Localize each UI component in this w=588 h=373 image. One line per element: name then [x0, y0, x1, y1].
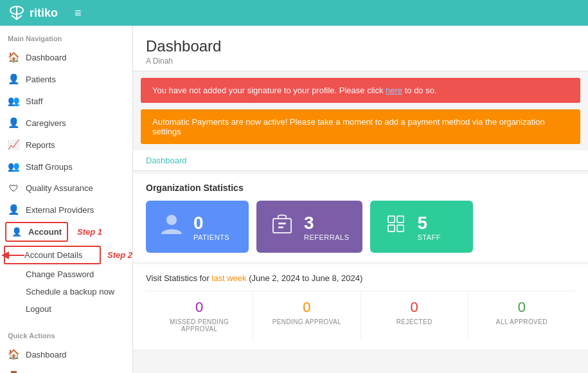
alert-payments: Automatic Payments are now active! Pleas…: [141, 109, 580, 144]
page-subtitle: A Dinah: [146, 57, 575, 66]
visit-card-pending: 0 PENDING APPROVAL: [253, 291, 361, 340]
patients-stat-info: 0 PATIENTS: [193, 213, 229, 241]
step2-arrow-icon: [0, 248, 26, 263]
sidebar-item-reports[interactable]: 📈 Reports: [0, 134, 132, 156]
main-nav-label: Main Navigation: [0, 26, 132, 46]
logo-text: ritiko: [30, 6, 58, 20]
hamburger-icon[interactable]: ≡: [75, 6, 82, 20]
sidebar-subitem-schedule-backup[interactable]: Schedule a backup now: [0, 283, 132, 300]
account-icon: 👤: [12, 227, 22, 237]
svg-rect-8: [397, 216, 404, 223]
step1-label: Step 1: [77, 227, 102, 237]
stats-cards: 0 PATIENTS 3: [146, 201, 575, 253]
stat-card-referrals: 3 REFERRALS: [256, 201, 362, 253]
topbar: ritiko ≡: [0, 0, 588, 26]
visit-section: Visit Statistics for last week (June 2, …: [133, 264, 588, 349]
visit-card-missed: 0 MISSED PENDING APPROVAL: [146, 291, 253, 340]
svg-rect-5: [278, 223, 286, 224]
svg-rect-10: [397, 225, 404, 232]
sidebar-subitem-change-password[interactable]: Change Password: [0, 266, 132, 283]
svg-rect-9: [388, 225, 395, 232]
step2-label: Step 2: [107, 250, 132, 260]
quick-actions-label: Quick Actions: [0, 323, 132, 343]
staff-stat-icon: [383, 211, 409, 242]
sidebar-item-quality-assurance[interactable]: 🛡 Quality Assurance: [0, 177, 132, 199]
caregivers-icon: 👤: [8, 117, 19, 129]
sidebar-item-account[interactable]: 👤 Account: [5, 222, 68, 242]
reports-icon: 📈: [8, 139, 19, 150]
stats-section: Organization Statistics 0 PATIENTS: [133, 174, 588, 262]
home-icon: 🏠: [8, 51, 19, 63]
page-title: Dashboard: [146, 37, 575, 55]
sidebar-item-external-providers[interactable]: 👤 External Providers: [0, 199, 132, 221]
patients-icon: 👤: [8, 73, 19, 85]
svg-rect-7: [388, 216, 395, 223]
sidebar-item-caregivers[interactable]: 👤 Caregivers: [0, 112, 132, 134]
svg-rect-4: [273, 219, 291, 233]
sidebar-quickitem-logout[interactable]: 🚪 Logout: [0, 365, 132, 373]
quick-logout-icon: 🚪: [8, 370, 19, 373]
referrals-stat-info: 3 REFERRALS: [304, 213, 350, 241]
logo: ritiko: [8, 4, 58, 22]
staff-groups-icon: 👥: [8, 161, 19, 172]
sidebar-item-dashboard[interactable]: 🏠 Dashboard: [0, 46, 132, 68]
stat-card-staff: 5 STAFF: [370, 201, 473, 253]
visit-title: Visit Statistics for last week (June 2, …: [146, 273, 575, 283]
patients-stat-icon: [159, 211, 184, 242]
sidebar-item-staff[interactable]: 👥 Staff: [0, 90, 132, 112]
sidebar-quickitem-dashboard[interactable]: 🏠 Dashboard: [0, 343, 132, 365]
staff-stat-info: 5 STAFF: [418, 213, 441, 241]
stat-card-patients: 0 PATIENTS: [146, 201, 249, 253]
sidebar-item-patients[interactable]: 👤 Patients: [0, 68, 132, 90]
visit-card-approved: 0 ALL APPROVED: [468, 291, 575, 340]
visit-cards: 0 MISSED PENDING APPROVAL 0 PENDING APPR…: [146, 291, 575, 340]
breadcrumb: Dashboard: [133, 150, 588, 171]
quality-icon: 🛡: [8, 183, 19, 194]
visit-card-rejected: 0 REJECTED: [361, 291, 468, 340]
quick-home-icon: 🏠: [8, 349, 19, 360]
svg-point-3: [166, 215, 177, 225]
sidebar-subitem-logout[interactable]: Logout: [0, 300, 132, 318]
main-content: Dashboard A Dinah You have not added you…: [133, 26, 588, 373]
sidebar-item-staff-groups[interactable]: 👥 Staff Groups: [0, 156, 132, 177]
referrals-stat-icon: [269, 211, 295, 242]
external-providers-icon: 👤: [8, 204, 19, 215]
svg-rect-6: [278, 226, 283, 228]
sidebar: Main Navigation 🏠 Dashboard 👤 Patients 👥…: [0, 26, 133, 373]
alert-signature: You have not added your signature to you…: [141, 78, 580, 103]
main-header: Dashboard A Dinah: [133, 26, 588, 71]
signature-link[interactable]: here: [386, 86, 402, 95]
staff-icon: 👥: [8, 95, 19, 107]
stats-title: Organization Statistics: [146, 183, 575, 193]
